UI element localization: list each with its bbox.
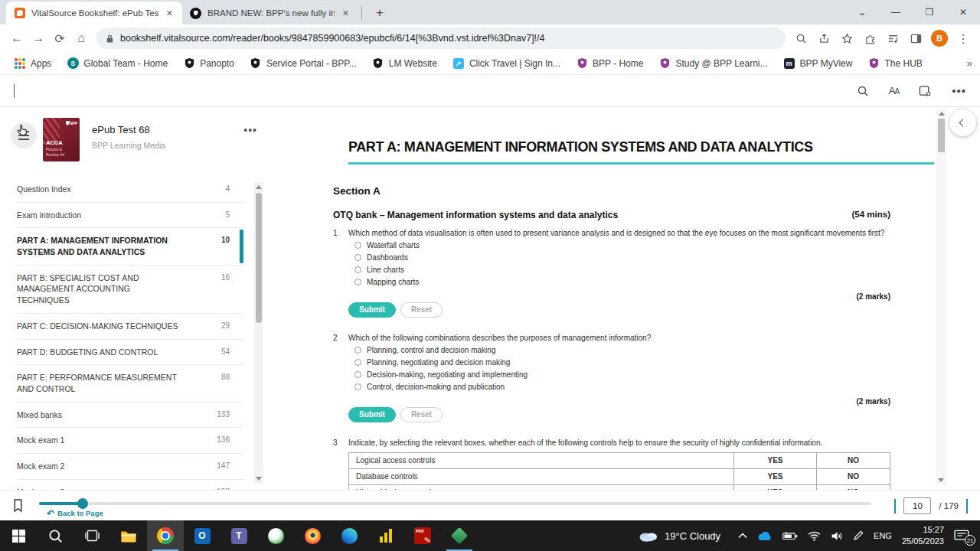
radio-button-icon[interactable] [354, 371, 361, 378]
bookmark-item[interactable]: BPP - Home [570, 55, 649, 72]
bookmark-star-icon[interactable] [836, 28, 858, 49]
wifi-icon[interactable] [808, 531, 821, 541]
bookmark-item[interactable]: Panopto [177, 55, 240, 72]
reader-menu-kebab-icon[interactable]: ••• [952, 84, 966, 97]
no-cell[interactable]: NO [817, 452, 890, 468]
toc-item[interactable]: PART A: MANAGEMENT INFORMATION SYSTEMS A… [17, 228, 243, 265]
radio-button-icon[interactable] [354, 279, 361, 285]
answer-option[interactable]: Line charts [354, 264, 890, 276]
windows-start-taskbar-icon[interactable] [0, 520, 37, 551]
window-minimize-button[interactable]: — [879, 0, 913, 24]
radio-button-icon[interactable] [354, 266, 361, 273]
back-icon[interactable]: ← [6, 28, 28, 49]
no-cell[interactable]: NO [817, 484, 890, 490]
weather-widget[interactable]: 19°C Cloudy [631, 530, 728, 542]
toc-item[interactable]: PART C: DECISION-MAKING TECHNIQUES29 [17, 314, 243, 340]
back-to-page-link[interactable]: ↶ Back to Page [47, 509, 103, 517]
content-scrollbar[interactable] [936, 109, 946, 485]
green-app-taskbar-icon[interactable] [441, 520, 478, 551]
bookmarks-overflow-chevron[interactable]: » [967, 57, 972, 69]
bookmark-item[interactable]: mBPP MyView [777, 55, 859, 72]
toc-item[interactable]: PART E: PERFORMANCE MEASUREMENT AND CONT… [17, 365, 243, 402]
reset-button[interactable]: Reset [400, 302, 443, 318]
yes-cell[interactable]: YES [734, 484, 817, 490]
prev-page-icon[interactable] [894, 499, 896, 513]
reset-button[interactable]: Reset [400, 407, 443, 422]
task-view-taskbar-icon[interactable] [74, 520, 110, 551]
answer-option[interactable]: Dashboards [354, 252, 890, 264]
answer-option[interactable]: Control, decision-making and publication [354, 381, 890, 393]
radio-button-icon[interactable] [354, 383, 361, 390]
chrome-taskbar-icon[interactable] [147, 520, 184, 551]
toc-item[interactable]: PART B: SPECIALIST COST AND MANAGEMENT A… [17, 266, 243, 314]
action-center-icon[interactable]: 21 [954, 529, 971, 543]
bookmark-page-icon[interactable] [12, 498, 24, 513]
profile-avatar[interactable]: B [931, 30, 948, 47]
side-panel-icon[interactable] [905, 28, 926, 49]
zoom-icon[interactable] [790, 28, 812, 49]
teams-taskbar-icon[interactable]: T [220, 520, 257, 551]
battery-icon[interactable] [782, 532, 798, 540]
no-cell[interactable]: NO [817, 468, 890, 484]
toc-item[interactable]: Mixed banks133 [17, 403, 243, 429]
radio-button-icon[interactable] [354, 347, 361, 354]
toc-item[interactable]: Mock exam 1136 [17, 428, 243, 454]
text-settings-icon[interactable]: AA [889, 85, 900, 96]
new-tab-button[interactable]: + [371, 5, 388, 21]
reader-back-icon[interactable] [14, 84, 15, 98]
firefox-taskbar-icon[interactable] [294, 520, 331, 551]
annotations-icon[interactable] [919, 85, 932, 97]
radio-button-icon[interactable] [354, 242, 361, 249]
collapse-panel-button[interactable] [949, 109, 976, 136]
pdf-app-taskbar-icon[interactable]: PDF✎ [404, 520, 441, 551]
edge-taskbar-icon[interactable] [331, 520, 368, 551]
bookmark-item[interactable]: ↗Click Travel | Sign In... [446, 55, 567, 72]
globe-app-taskbar-icon[interactable] [257, 520, 294, 551]
home-icon[interactable]: ⌂ [70, 28, 92, 49]
outlook-taskbar-icon[interactable]: O [184, 520, 220, 551]
address-bar[interactable]: bookshelf.vitalsource.com/reader/books/9… [96, 28, 786, 49]
windows-search-taskbar-icon[interactable] [37, 520, 74, 551]
onedrive-icon[interactable] [757, 531, 773, 541]
answer-option[interactable]: Planning, negotiating and decision makin… [354, 357, 890, 369]
slider-thumb[interactable] [77, 498, 88, 509]
window-close-button[interactable]: ✕ [946, 0, 980, 24]
bookmark-item[interactable]: Study @ BPP Learni... [653, 55, 774, 72]
file-explorer-taskbar-icon[interactable] [110, 520, 147, 551]
speaker-icon[interactable] [831, 531, 843, 541]
submit-button[interactable]: Submit [348, 407, 396, 422]
next-page-icon[interactable] [966, 499, 968, 513]
yes-cell[interactable]: YES [734, 468, 817, 484]
toc-item[interactable]: Exam introduction5 [17, 203, 243, 229]
page-number-input[interactable] [903, 497, 931, 514]
reader-search-icon[interactable] [857, 85, 869, 97]
submit-button[interactable]: Submit [348, 302, 396, 318]
forward-icon[interactable]: → [28, 28, 49, 49]
toc-item[interactable]: Mock exam 2147 [17, 454, 243, 480]
bookmark-item[interactable]: Service Portal - BPP... [243, 55, 363, 72]
language-indicator[interactable]: ENG [874, 531, 892, 540]
answer-option[interactable]: Planning, control and decision making [354, 344, 890, 357]
bookmark-item[interactable]: SGlobal Team - Home [60, 55, 174, 72]
browser-tab-1[interactable]: VitalSource Bookshelf: ePub Test ✕ [6, 2, 182, 24]
toc-item[interactable]: Mock exam 3158 [17, 480, 243, 490]
browser-tab-2[interactable]: BRAND NEW: BPP's new fully inte ✕ [182, 2, 358, 24]
browser-menu-kebab-icon[interactable]: ⋮ [952, 28, 974, 49]
answer-option[interactable]: Decision-making, negotiating and impleme… [354, 369, 890, 381]
bookmark-item[interactable]: Apps [8, 55, 57, 72]
tab-close-icon[interactable]: ✕ [341, 8, 351, 18]
tab-search-chevron-icon[interactable]: ⌄ [845, 0, 879, 24]
tray-expand-chevron-icon[interactable] [738, 533, 747, 539]
toc-item[interactable]: PART D: BUDGETING AND CONTROL54 [17, 340, 243, 366]
reload-icon[interactable]: ⟳ [49, 28, 70, 49]
book-options-kebab-icon[interactable]: ••• [243, 118, 257, 161]
windows-ink-pen-icon[interactable] [853, 530, 864, 541]
toc-item[interactable]: Question Index4 [17, 177, 243, 203]
extensions-puzzle-icon[interactable] [859, 28, 880, 49]
tab-close-icon[interactable]: ✕ [165, 8, 175, 18]
power-bi-taskbar-icon[interactable] [368, 520, 404, 551]
answer-option[interactable]: Waterfall charts [354, 240, 890, 252]
radio-button-icon[interactable] [354, 359, 361, 366]
yes-cell[interactable]: YES [734, 452, 817, 468]
window-restore-button[interactable]: ❐ [913, 0, 946, 24]
